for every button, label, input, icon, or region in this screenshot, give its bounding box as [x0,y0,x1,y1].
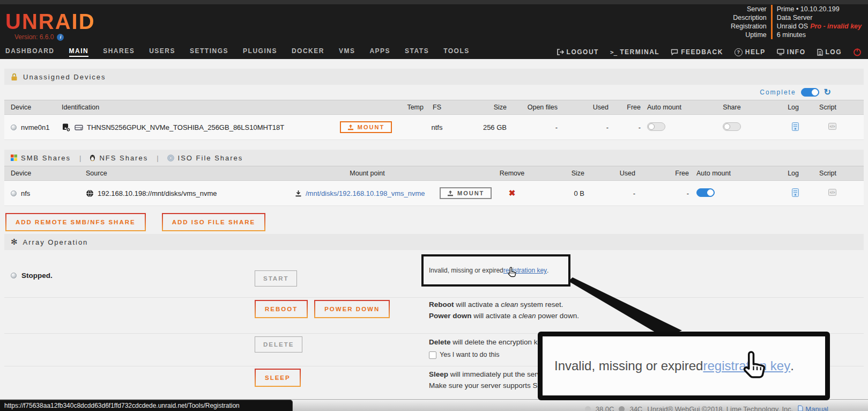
used-value: - [558,123,609,131]
feedback-button[interactable]: FEEDBACK [671,48,723,56]
nav-item-dashboard[interactable]: DASHBOARD [5,47,55,57]
version-info-icon[interactable]: i [57,34,64,41]
info-icon [777,49,784,55]
col-source: Source [86,170,295,177]
disk-add-icon [62,123,71,132]
start-button[interactable]: START [255,270,297,287]
registration-label: Registration [731,22,767,31]
nav-item-vms[interactable]: VMS [339,47,355,57]
share-toggle[interactable] [723,122,741,131]
power-down-button[interactable]: POWER DOWN [314,300,390,318]
share-script-icon[interactable]: </> [828,189,836,197]
nav-item-shares[interactable]: SHARES [103,47,135,57]
nav-item-users[interactable]: USERS [149,47,175,57]
share-status-icon [11,190,17,196]
terminal-icon: >_ [610,49,617,56]
unassigned-devices-section-header: Unassigned Devices [4,69,864,85]
globe-icon [86,189,94,197]
remove-share-icon[interactable]: ✖ [509,188,516,197]
version-label: Version: 6.6.0 i [14,33,64,41]
share-log-icon[interactable] [792,188,799,199]
free-value: - [609,123,641,131]
temp-dot-icon [585,406,591,411]
col-device: Device [4,170,86,177]
device-log-icon[interactable] [792,122,799,133]
info-button[interactable]: INFO [777,48,806,56]
device-script-icon[interactable]: </> [828,123,836,131]
nav-item-docker[interactable]: DOCKER [292,47,324,57]
col-free: Free [635,170,689,177]
share-device-name[interactable]: nfs [21,189,30,197]
temp-dot-icon [619,406,625,411]
col-identification: Identification [62,104,332,111]
registration-value: Unraid OSPro - invalid key [777,22,862,31]
share-free-value: - [635,189,689,197]
delete-button[interactable]: DELETE [255,336,302,353]
delete-confirm-label: Yes I want to do this [440,349,499,361]
tab-nfs-shares[interactable]: NFS Shares [90,154,148,162]
nav-item-main[interactable]: MAIN [69,47,89,57]
server-info-panel: Server Description Registration Uptime P… [731,5,862,39]
share-auto-mount-toggle[interactable] [696,188,715,197]
array-status: Stopped. [11,271,53,280]
tab-separator: | [153,154,161,162]
tab-iso-file-shares[interactable]: ISO File Shares [167,154,243,162]
nav-tabs: DASHBOARD MAIN SHARES USERS SETTINGS PLU… [5,47,470,57]
alert-power-icon[interactable] [853,48,862,56]
nav-item-settings[interactable]: SETTINGS [190,47,228,57]
device-cell: nvme0n1 [4,123,62,131]
nav-item-tools[interactable]: TOOLS [443,47,470,57]
auto-mount-toggle[interactable] [647,122,665,131]
share-log-cell [751,188,799,199]
logout-icon [557,49,564,55]
manual-doc-icon [798,405,803,411]
logout-button[interactable]: LOGOUT [557,48,599,56]
mount-point-link[interactable]: /mnt/disks/192.168.10.198_vms_nvme [306,189,425,197]
tab-smb-shares[interactable]: SMB Shares [11,154,71,162]
nav-item-stats[interactable]: STATS [405,47,429,57]
delete-confirm-checkbox[interactable] [429,351,436,359]
array-operation-section-header: ✻ Array Operation [4,234,864,250]
col-open-files: Open files [507,104,558,111]
terminal-button[interactable]: >_ TERMINAL [610,48,659,56]
array-status-icon [11,273,17,278]
complete-toggle[interactable] [801,88,819,97]
nav-item-plugins[interactable]: PLUGINS [243,47,277,57]
col-mount-point: Mount point [295,170,440,177]
sleep-button[interactable]: SLEEP [255,369,301,387]
share-remove-cell: ✖ [488,188,536,198]
help-button[interactable]: ? HELP [735,48,766,56]
share-mount-button[interactable]: MOUNT [440,187,492,199]
col-device: Device [4,104,62,111]
log-button[interactable]: LOG [817,48,842,56]
refresh-icon[interactable]: ↻ [824,89,831,96]
main-nav: DASHBOARD MAIN SHARES USERS SETTINGS PLU… [0,45,868,59]
share-cell [702,122,761,133]
add-remote-share-button[interactable]: ADD REMOTE SMB/NFS SHARE [5,213,146,231]
feedback-icon [671,49,678,55]
complete-label[interactable]: Complete [760,89,796,96]
reboot-button[interactable]: REBOOT [255,300,308,318]
device-identification[interactable]: THNSN5256GPUK_NVMe_TOSHIBA_256GB_86LS10M… [87,123,284,131]
uptime-value: 6 minutes [777,31,806,39]
complete-row: Complete ↻ [0,85,868,100]
col-share: Share [702,104,761,111]
col-free: Free [609,104,641,111]
script-cell: </> [799,123,836,131]
col-temp: Temp [399,104,424,111]
nav-item-apps[interactable]: APPS [369,47,390,57]
shares-table-header: Device Source Mount point Remove Size Us… [4,166,864,181]
lock-icon [11,73,18,81]
log-cell [761,122,799,133]
col-script: Script [799,104,836,111]
add-iso-share-button[interactable]: ADD ISO FILE SHARE [162,213,265,231]
col-size: Size [536,170,584,177]
device-name[interactable]: nvme0n1 [21,123,49,131]
mount-button[interactable]: MOUNT [340,121,392,133]
statusbar-url: https://f75638aa12fb340c8dcdd63d6f1ffd73… [4,402,240,409]
manual-link[interactable]: Manual [798,405,828,411]
col-size: Size [450,104,507,111]
header: UNRAID Version: 6.6.0 i Server Descripti… [0,0,868,45]
col-remove: Remove [488,170,536,177]
col-script: Script [799,170,836,177]
